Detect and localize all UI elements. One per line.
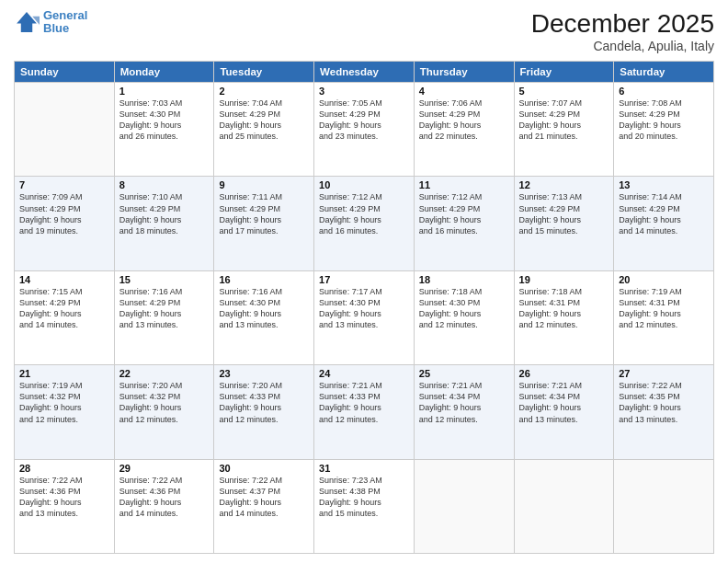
day-number: 2 [219, 86, 309, 97]
day-info: Sunrise: 7:04 AM Sunset: 4:29 PM Dayligh… [219, 98, 309, 143]
day-info: Sunrise: 7:14 AM Sunset: 4:29 PM Dayligh… [619, 191, 709, 236]
day-info: Sunrise: 7:16 AM Sunset: 4:29 PM Dayligh… [119, 286, 210, 331]
day-info: Sunrise: 7:19 AM Sunset: 4:32 PM Dayligh… [19, 380, 109, 425]
table-row: 10Sunrise: 7:12 AM Sunset: 4:29 PM Dayli… [314, 177, 415, 270]
table-row: 18Sunrise: 7:18 AM Sunset: 4:30 PM Dayli… [414, 270, 514, 364]
day-info: Sunrise: 7:15 AM Sunset: 4:29 PM Dayligh… [19, 286, 109, 331]
col-saturday: Saturday [614, 62, 714, 83]
table-row: 30Sunrise: 7:22 AM Sunset: 4:37 PM Dayli… [214, 459, 314, 553]
table-row: 17Sunrise: 7:17 AM Sunset: 4:30 PM Dayli… [314, 270, 415, 364]
day-number: 27 [619, 368, 709, 379]
table-row: 3Sunrise: 7:05 AM Sunset: 4:29 PM Daylig… [314, 83, 415, 177]
day-number: 15 [119, 274, 210, 285]
day-info: Sunrise: 7:13 AM Sunset: 4:29 PM Dayligh… [519, 191, 609, 236]
day-info: Sunrise: 7:23 AM Sunset: 4:38 PM Dayligh… [319, 475, 409, 520]
day-info: Sunrise: 7:16 AM Sunset: 4:30 PM Dayligh… [219, 286, 309, 331]
day-info: Sunrise: 7:21 AM Sunset: 4:34 PM Dayligh… [519, 380, 609, 425]
day-number: 1 [119, 86, 210, 97]
day-number: 22 [119, 368, 210, 379]
table-row: 25Sunrise: 7:21 AM Sunset: 4:34 PM Dayli… [414, 365, 514, 459]
day-info: Sunrise: 7:09 AM Sunset: 4:29 PM Dayligh… [19, 191, 109, 236]
day-number: 6 [619, 86, 709, 97]
day-number: 17 [319, 274, 409, 285]
table-row: 13Sunrise: 7:14 AM Sunset: 4:29 PM Dayli… [614, 177, 714, 270]
day-number: 16 [219, 274, 309, 285]
col-monday: Monday [114, 62, 214, 83]
table-row: 24Sunrise: 7:21 AM Sunset: 4:33 PM Dayli… [314, 365, 415, 459]
day-info: Sunrise: 7:21 AM Sunset: 4:34 PM Dayligh… [419, 380, 509, 425]
day-number: 31 [319, 463, 409, 474]
sub-title: Candela, Apulia, Italy [531, 39, 714, 53]
table-row: 5Sunrise: 7:07 AM Sunset: 4:29 PM Daylig… [514, 83, 614, 177]
logo-text: General Blue [43, 9, 87, 36]
calendar-week-row: 7Sunrise: 7:09 AM Sunset: 4:29 PM Daylig… [15, 177, 714, 270]
day-info: Sunrise: 7:17 AM Sunset: 4:30 PM Dayligh… [319, 286, 409, 331]
day-number: 8 [119, 179, 210, 190]
day-number: 25 [419, 368, 509, 379]
table-row: 23Sunrise: 7:20 AM Sunset: 4:33 PM Dayli… [214, 365, 314, 459]
calendar-week-row: 21Sunrise: 7:19 AM Sunset: 4:32 PM Dayli… [15, 365, 714, 459]
table-row: 2Sunrise: 7:04 AM Sunset: 4:29 PM Daylig… [214, 83, 314, 177]
day-number: 4 [419, 86, 509, 97]
logo-icon [14, 9, 40, 35]
day-number: 13 [619, 179, 709, 190]
col-wednesday: Wednesday [314, 62, 415, 83]
day-info: Sunrise: 7:06 AM Sunset: 4:29 PM Dayligh… [419, 98, 509, 143]
table-row [514, 459, 614, 553]
day-number: 9 [219, 179, 309, 190]
table-row: 21Sunrise: 7:19 AM Sunset: 4:32 PM Dayli… [15, 365, 115, 459]
day-info: Sunrise: 7:22 AM Sunset: 4:37 PM Dayligh… [219, 475, 309, 520]
day-info: Sunrise: 7:20 AM Sunset: 4:33 PM Dayligh… [219, 380, 309, 425]
table-row: 20Sunrise: 7:19 AM Sunset: 4:31 PM Dayli… [614, 270, 714, 364]
day-info: Sunrise: 7:03 AM Sunset: 4:30 PM Dayligh… [119, 98, 210, 143]
day-number: 24 [319, 368, 409, 379]
table-row: 1Sunrise: 7:03 AM Sunset: 4:30 PM Daylig… [114, 83, 214, 177]
day-number: 29 [119, 463, 210, 474]
day-number: 10 [319, 179, 409, 190]
logo-line1: General [43, 8, 87, 22]
page: General Blue December 2025 Candela, Apul… [0, 0, 728, 563]
table-row: 31Sunrise: 7:23 AM Sunset: 4:38 PM Dayli… [314, 459, 415, 553]
day-number: 3 [319, 86, 409, 97]
day-number: 26 [519, 368, 609, 379]
day-info: Sunrise: 7:18 AM Sunset: 4:30 PM Dayligh… [419, 286, 509, 331]
weekday-header-row: Sunday Monday Tuesday Wednesday Thursday… [15, 62, 714, 83]
table-row: 27Sunrise: 7:22 AM Sunset: 4:35 PM Dayli… [614, 365, 714, 459]
day-number: 28 [19, 463, 109, 474]
table-row [414, 459, 514, 553]
day-number: 5 [519, 86, 609, 97]
day-info: Sunrise: 7:10 AM Sunset: 4:29 PM Dayligh… [119, 191, 210, 236]
day-number: 19 [519, 274, 609, 285]
calendar-week-row: 1Sunrise: 7:03 AM Sunset: 4:30 PM Daylig… [15, 83, 714, 177]
table-row: 28Sunrise: 7:22 AM Sunset: 4:36 PM Dayli… [15, 459, 115, 553]
day-info: Sunrise: 7:22 AM Sunset: 4:36 PM Dayligh… [19, 475, 109, 520]
day-number: 7 [19, 179, 109, 190]
table-row: 29Sunrise: 7:22 AM Sunset: 4:36 PM Dayli… [114, 459, 214, 553]
table-row: 11Sunrise: 7:12 AM Sunset: 4:29 PM Dayli… [414, 177, 514, 270]
day-info: Sunrise: 7:05 AM Sunset: 4:29 PM Dayligh… [319, 98, 409, 143]
table-row: 26Sunrise: 7:21 AM Sunset: 4:34 PM Dayli… [514, 365, 614, 459]
day-number: 18 [419, 274, 509, 285]
main-title: December 2025 [531, 9, 714, 39]
table-row: 15Sunrise: 7:16 AM Sunset: 4:29 PM Dayli… [114, 270, 214, 364]
day-number: 20 [619, 274, 709, 285]
col-tuesday: Tuesday [214, 62, 314, 83]
table-row: 9Sunrise: 7:11 AM Sunset: 4:29 PM Daylig… [214, 177, 314, 270]
day-info: Sunrise: 7:22 AM Sunset: 4:35 PM Dayligh… [619, 380, 709, 425]
day-info: Sunrise: 7:12 AM Sunset: 4:29 PM Dayligh… [419, 191, 509, 236]
col-sunday: Sunday [15, 62, 115, 83]
calendar-table: Sunday Monday Tuesday Wednesday Thursday… [14, 61, 714, 554]
col-thursday: Thursday [414, 62, 514, 83]
table-row: 16Sunrise: 7:16 AM Sunset: 4:30 PM Dayli… [214, 270, 314, 364]
day-info: Sunrise: 7:11 AM Sunset: 4:29 PM Dayligh… [219, 191, 309, 236]
title-block: December 2025 Candela, Apulia, Italy [531, 9, 714, 53]
svg-marker-0 [17, 12, 37, 32]
day-info: Sunrise: 7:19 AM Sunset: 4:31 PM Dayligh… [619, 286, 709, 331]
logo-line2: Blue [43, 21, 69, 35]
col-friday: Friday [514, 62, 614, 83]
day-number: 12 [519, 179, 609, 190]
calendar-week-row: 14Sunrise: 7:15 AM Sunset: 4:29 PM Dayli… [15, 270, 714, 364]
day-info: Sunrise: 7:18 AM Sunset: 4:31 PM Dayligh… [519, 286, 609, 331]
header: General Blue December 2025 Candela, Apul… [14, 9, 714, 53]
day-info: Sunrise: 7:08 AM Sunset: 4:29 PM Dayligh… [619, 98, 709, 143]
